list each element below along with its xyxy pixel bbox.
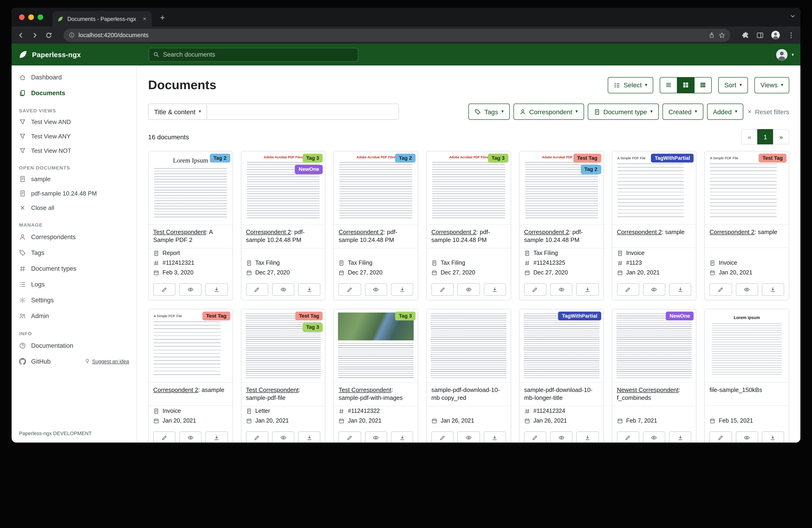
sidebar-item-open-doc-sample[interactable]: sample — [12, 172, 136, 186]
document-card[interactable]: Test TagTag 3 Test Correspondent: sample… — [241, 309, 325, 443]
correspondent-link[interactable]: Correspondent 2 — [246, 228, 291, 236]
close-window-button[interactable] — [19, 14, 25, 20]
tag-badge[interactable]: Test Tag — [295, 312, 323, 320]
document-thumbnail[interactable]: A Simple PDF File Test Tag — [148, 309, 232, 383]
edit-button[interactable] — [617, 283, 639, 296]
minimize-window-button[interactable] — [28, 14, 34, 20]
detail-view-button[interactable] — [694, 77, 712, 93]
edit-button[interactable] — [339, 431, 361, 443]
correspondent-link[interactable]: Correspondent 2 — [617, 228, 662, 236]
sidebar-item-documentation[interactable]: Documentation — [12, 338, 136, 353]
app-brand[interactable]: Paperless-ngx — [18, 50, 148, 59]
tag-badge[interactable]: TagWithPartial — [651, 154, 694, 163]
document-card[interactable]: Adobe Acrobat PDF Files Tag 2 Correspond… — [334, 151, 418, 300]
tab-close-icon[interactable] — [142, 16, 147, 22]
download-button[interactable] — [391, 431, 413, 443]
sidebar-item-admin[interactable]: Admin — [12, 308, 136, 324]
filter-field-selector[interactable]: Title & content — [148, 103, 207, 120]
prev-page-button[interactable]: « — [741, 129, 758, 144]
sort-button[interactable]: Sort — [718, 77, 748, 93]
download-button[interactable] — [576, 283, 599, 296]
edit-button[interactable] — [246, 283, 268, 296]
download-button[interactable] — [483, 283, 506, 296]
split-view-icon[interactable] — [756, 31, 764, 39]
view-button[interactable] — [736, 431, 758, 443]
select-button[interactable]: Select — [608, 77, 653, 93]
tag-badge[interactable]: NewOne — [666, 312, 694, 320]
document-type-filter-button[interactable]: Document type — [588, 103, 658, 120]
tag-badge[interactable]: Tag 2 — [395, 154, 416, 163]
document-thumbnail[interactable] — [427, 309, 510, 383]
correspondent-link[interactable]: Correspondent 2 — [153, 386, 198, 393]
document-card[interactable]: sample-pdf-download-10-mb copy_red Jan 2… — [426, 309, 511, 443]
maximize-window-button[interactable] — [38, 14, 43, 20]
reset-filters-button[interactable]: Reset filters — [747, 108, 789, 115]
document-card[interactable]: Lorem Ipsum Tag 2 Test Correspondent: A … — [148, 151, 233, 300]
document-card[interactable]: Adobe Acrobat PDF Files Tag 3NewOne Corr… — [241, 151, 325, 300]
view-button[interactable] — [365, 431, 387, 443]
address-bar[interactable]: localhost:4200/documents — [63, 29, 730, 42]
document-thumbnail[interactable]: NewOne — [612, 309, 696, 383]
sidebar-item-dashboard[interactable]: Dashboard — [12, 69, 136, 85]
document-card[interactable]: Lorem ipsum file-sample_150kBs Feb 15, 2… — [705, 309, 789, 443]
download-button[interactable] — [391, 283, 413, 296]
sidebar-item-github[interactable]: GitHub Suggest an idea — [12, 353, 136, 369]
sidebar-item-logs[interactable]: Logs — [12, 276, 136, 292]
view-button[interactable] — [550, 431, 572, 443]
grid-view-button[interactable] — [677, 77, 695, 93]
sidebar-item-saved-view-and[interactable]: Test View AND — [12, 115, 136, 129]
tag-badge[interactable]: Test Tag — [759, 154, 786, 163]
tag-badge[interactable]: Tag 3 — [303, 154, 323, 163]
document-card[interactable]: A Simple PDF File Test Tag Correspondent… — [148, 309, 233, 443]
extensions-icon[interactable] — [742, 31, 749, 39]
sidebar-item-open-doc-pdf-sample[interactable]: pdf-sample 10.24.48 PM — [12, 186, 136, 201]
tag-badge[interactable]: Test Tag — [574, 154, 601, 163]
edit-button[interactable] — [524, 431, 547, 443]
view-button[interactable] — [550, 283, 572, 296]
view-button[interactable] — [736, 283, 758, 296]
document-thumbnail[interactable]: Adobe Acrobat PDF Files Tag 3 — [427, 152, 510, 225]
download-button[interactable] — [483, 431, 506, 443]
document-thumbnail[interactable]: Lorem Ipsum Tag 2 — [148, 152, 232, 225]
download-button[interactable] — [669, 283, 691, 296]
global-search[interactable] — [148, 47, 359, 61]
view-button[interactable] — [458, 283, 480, 296]
edit-button[interactable] — [710, 431, 732, 443]
download-button[interactable] — [576, 431, 599, 443]
user-menu[interactable] — [775, 48, 794, 61]
edit-button[interactable] — [339, 283, 361, 296]
document-card[interactable]: Adobe Acrobat PDF Files Test TagTag 2 Co… — [519, 151, 604, 300]
correspondent-filter-button[interactable]: Correspondent — [513, 103, 584, 120]
sidebar-item-document-types[interactable]: Document types — [12, 260, 136, 276]
view-button[interactable] — [365, 283, 387, 296]
site-info-icon[interactable] — [69, 32, 75, 38]
download-button[interactable] — [669, 431, 691, 443]
document-card[interactable]: NewOne Newest Correspondent: f_combineds… — [612, 309, 696, 443]
document-card[interactable]: Adobe Acrobat PDF Files Tag 3 Correspond… — [426, 151, 511, 300]
suggest-idea-link[interactable]: Suggest an idea — [85, 358, 129, 364]
tag-badge[interactable]: Tag 3 — [488, 154, 508, 163]
view-button[interactable] — [179, 431, 202, 443]
tab-search-icon[interactable] — [790, 13, 796, 21]
document-thumbnail[interactable]: Adobe Acrobat PDF Files Test TagTag 2 — [520, 152, 603, 225]
document-card[interactable]: A Simple PDF File Test Tag Correspondent… — [705, 151, 789, 300]
edit-button[interactable] — [153, 283, 175, 296]
correspondent-link[interactable]: Test Correspondent — [246, 386, 299, 393]
reload-button[interactable] — [45, 31, 53, 39]
tag-badge[interactable]: Tag 3 — [395, 312, 416, 320]
sidebar-item-correspondents[interactable]: Correspondents — [12, 229, 136, 245]
edit-button[interactable] — [246, 431, 268, 443]
share-icon[interactable] — [709, 32, 715, 38]
view-button[interactable] — [179, 283, 202, 296]
view-button[interactable] — [458, 431, 480, 443]
document-thumbnail[interactable]: Test TagTag 3 — [241, 309, 325, 383]
download-button[interactable] — [205, 283, 228, 296]
added-filter-button[interactable]: Added — [707, 103, 743, 120]
correspondent-link[interactable]: Test Correspondent — [339, 386, 391, 393]
tag-badge[interactable]: TagWithPartial — [558, 312, 601, 320]
tag-badge[interactable]: Tag 2 — [210, 154, 230, 163]
correspondent-link[interactable]: Correspondent 2 — [431, 228, 476, 236]
sidebar-item-close-all[interactable]: Close all — [12, 201, 136, 215]
sidebar-item-settings[interactable]: Settings — [12, 292, 136, 308]
edit-button[interactable] — [431, 431, 453, 443]
